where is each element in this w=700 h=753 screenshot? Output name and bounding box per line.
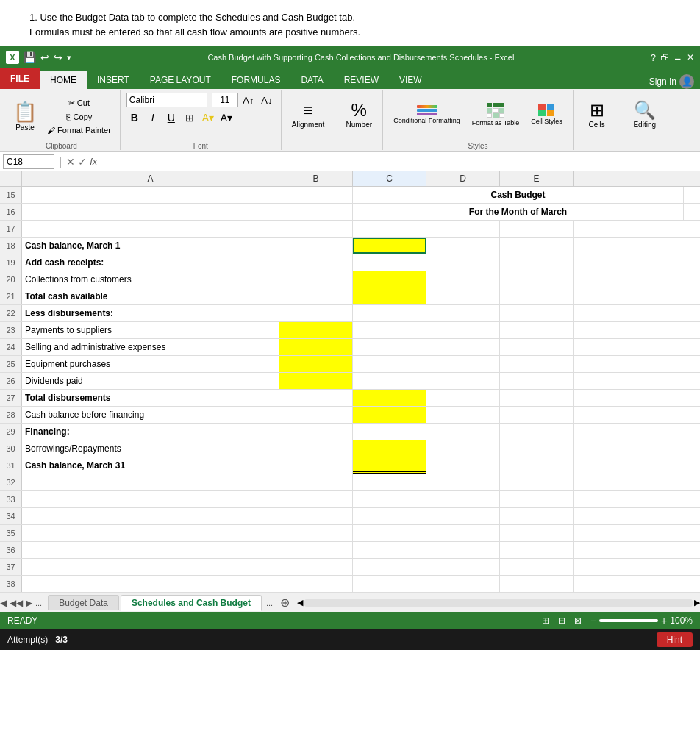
cell-c-20[interactable] xyxy=(353,271,426,288)
cell-b-23[interactable] xyxy=(279,322,353,338)
cell-b-28[interactable] xyxy=(279,407,353,423)
row-number[interactable]: 35 xyxy=(0,525,22,541)
cell-b-33[interactable] xyxy=(279,491,353,507)
cell-a-24[interactable]: Selling and administrative expenses xyxy=(22,339,279,355)
cell-b-27[interactable] xyxy=(279,390,353,406)
cell-e-34[interactable] xyxy=(500,508,574,524)
h-scroll-right[interactable]: ▶ xyxy=(694,598,700,607)
cell-c-18[interactable] xyxy=(353,238,426,254)
row-number[interactable]: 24 xyxy=(0,339,22,355)
cells-button[interactable]: ⊞ Cells xyxy=(579,92,615,138)
add-sheet-icon[interactable]: ⊕ xyxy=(276,596,294,610)
cell-d-22[interactable] xyxy=(426,305,500,321)
cell-d-38[interactable] xyxy=(426,576,500,592)
row-number[interactable]: 15 xyxy=(0,187,22,203)
cell-d-19[interactable] xyxy=(426,254,500,271)
sheet-tab-options[interactable]: ... xyxy=(263,599,276,607)
cell-e-17[interactable] xyxy=(500,221,574,237)
sign-in-label[interactable]: Sign In xyxy=(649,76,676,87)
cell-e-28[interactable] xyxy=(500,407,574,423)
sheet-prev-icon[interactable]: ◀ xyxy=(0,598,7,608)
cell-e-37[interactable] xyxy=(500,559,574,575)
cancel-formula-icon[interactable]: ✕ xyxy=(66,156,75,168)
cell-b-21[interactable] xyxy=(279,288,353,304)
cell-reference-box[interactable]: C18 xyxy=(3,154,54,169)
alignment-button[interactable]: ≡ Alignment xyxy=(288,92,329,138)
tab-budget-data[interactable]: Budget Data xyxy=(48,595,119,610)
underline-button[interactable]: U xyxy=(163,110,179,126)
cell-c-24[interactable] xyxy=(353,339,426,355)
row-number[interactable]: 32 xyxy=(0,474,22,490)
undo-icon[interactable]: ↩ xyxy=(40,51,49,63)
col-header-e[interactable]: E xyxy=(500,171,574,186)
sheet-next-icon[interactable]: ▶ xyxy=(26,598,32,608)
view-normal-icon[interactable]: ⊞ xyxy=(542,615,549,626)
row-number[interactable]: 37 xyxy=(0,559,22,575)
row-number[interactable]: 16 xyxy=(0,204,22,220)
cell-a-35[interactable] xyxy=(22,525,279,541)
border-button[interactable]: ⊞ xyxy=(182,110,198,126)
number-button[interactable]: % Number xyxy=(341,92,376,138)
row-number[interactable]: 29 xyxy=(0,424,22,440)
cell-b-16[interactable] xyxy=(279,204,353,220)
cell-d-20[interactable] xyxy=(426,271,500,288)
cell-a-17[interactable] xyxy=(22,221,279,237)
tab-schedules-cash-budget[interactable]: Schedules and Cash Budget xyxy=(121,595,262,611)
cell-e-36[interactable] xyxy=(500,542,574,558)
cell-b-15[interactable] xyxy=(279,187,353,203)
quick-save-icon[interactable]: 💾 xyxy=(24,51,36,63)
row-number[interactable]: 31 xyxy=(0,457,22,474)
cell-e-29[interactable] xyxy=(500,424,574,440)
cell-a-20[interactable]: Collections from customers xyxy=(22,271,279,288)
restore-down-icon[interactable]: 🗗 xyxy=(660,52,669,63)
view-page-break-icon[interactable]: ⊟ xyxy=(558,615,565,626)
tab-data[interactable]: DATA xyxy=(290,71,333,89)
cell-c-25[interactable] xyxy=(353,356,426,372)
col-header-a[interactable]: A xyxy=(22,171,279,186)
tab-review[interactable]: REVIEW xyxy=(334,71,389,89)
cell-a-34[interactable] xyxy=(22,508,279,524)
row-number[interactable]: 27 xyxy=(0,390,22,406)
tab-page-layout[interactable]: PAGE LAYOUT xyxy=(140,71,221,89)
cell-d-26[interactable] xyxy=(426,373,500,389)
cell-c-36[interactable] xyxy=(353,542,426,558)
cell-d-17[interactable] xyxy=(426,221,500,237)
cell-d-35[interactable] xyxy=(426,525,500,541)
cell-a-38[interactable] xyxy=(22,576,279,592)
cell-a-27[interactable]: Total disbursements xyxy=(22,390,279,406)
confirm-formula-icon[interactable]: ✓ xyxy=(78,156,87,168)
cell-c-38[interactable] xyxy=(353,576,426,592)
cell-a-31[interactable]: Cash balance, March 31 xyxy=(22,457,279,474)
cell-c-19[interactable] xyxy=(353,254,426,271)
tab-file[interactable]: FILE xyxy=(0,68,40,89)
cell-e-23[interactable] xyxy=(500,322,574,338)
font-grow-button[interactable]: A↑ xyxy=(240,92,257,108)
cell-e-26[interactable] xyxy=(500,373,574,389)
row-number[interactable]: 28 xyxy=(0,407,22,423)
cell-a-21[interactable]: Total cash available xyxy=(22,288,279,304)
cell-a-32[interactable] xyxy=(22,474,279,490)
cell-c-22[interactable] xyxy=(353,305,426,321)
row-number[interactable]: 26 xyxy=(0,373,22,389)
cell-c-34[interactable] xyxy=(353,508,426,524)
cell-a-23[interactable]: Payments to suppliers xyxy=(22,322,279,338)
cell-styles-button[interactable]: Cell Styles xyxy=(526,92,567,138)
row-number[interactable]: 19 xyxy=(0,254,22,271)
cell-d-33[interactable] xyxy=(426,491,500,507)
cell-c-15[interactable]: Cash Budget xyxy=(353,187,684,203)
cell-c-23[interactable] xyxy=(353,322,426,338)
cell-e-19[interactable] xyxy=(500,254,574,271)
hint-button[interactable]: Hint xyxy=(657,632,693,647)
cell-c-26[interactable] xyxy=(353,373,426,389)
cell-b-22[interactable] xyxy=(279,305,353,321)
cell-b-19[interactable] xyxy=(279,254,353,271)
cell-b-26[interactable] xyxy=(279,373,353,389)
row-number[interactable]: 20 xyxy=(0,271,22,288)
cell-a-19[interactable]: Add cash receipts: xyxy=(22,254,279,271)
cell-b-25[interactable] xyxy=(279,356,353,372)
cell-b-31[interactable] xyxy=(279,457,353,474)
cut-button[interactable]: ✂ Cut xyxy=(44,97,114,110)
cell-d-32[interactable] xyxy=(426,474,500,490)
cell-c-33[interactable] xyxy=(353,491,426,507)
cell-c-31[interactable] xyxy=(353,457,426,474)
